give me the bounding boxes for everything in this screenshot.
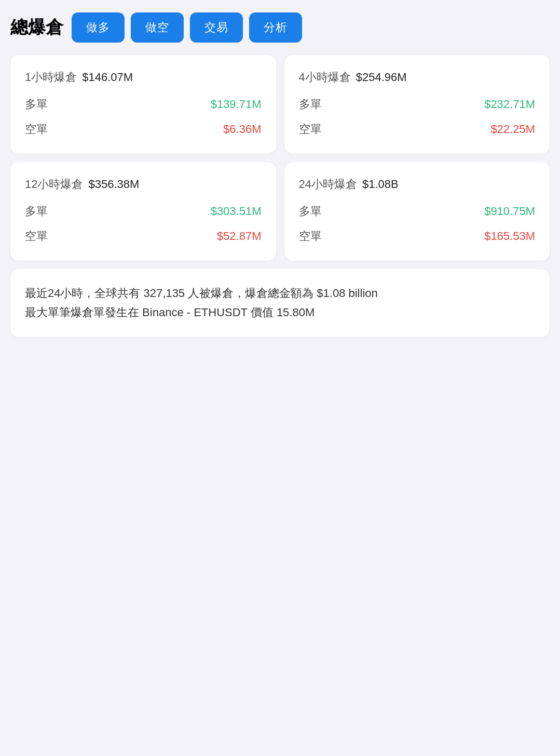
summary-text: 最近24小時，全球共有 327,135 人被爆倉，爆倉總金額為 $1.08 bi…	[25, 284, 535, 322]
card-long-label-12h: 多單	[25, 204, 48, 219]
card-long-value-1h: $139.71M	[211, 98, 262, 111]
analysis-btn-button[interactable]: 分析	[249, 12, 302, 43]
card-12h: 12小時爆倉 $356.38M 多單 $303.51M 空單 $52.87M	[10, 162, 276, 261]
card-long-row-4h: 多單 $232.71M	[299, 97, 536, 112]
card-short-row-24h: 空單 $165.53M	[299, 228, 536, 244]
card-short-value-1h: $6.36M	[223, 123, 261, 136]
header: 總爆倉 做多做空交易分析	[10, 12, 550, 43]
card-title-row-12h: 12小時爆倉 $356.38M	[25, 177, 262, 192]
card-period-12h: 12小時爆倉	[25, 177, 83, 192]
card-short-label-4h: 空單	[299, 122, 322, 137]
short-btn-button[interactable]: 做空	[131, 12, 184, 43]
card-short-row-12h: 空單 $52.87M	[25, 228, 262, 244]
long-btn-button[interactable]: 做多	[72, 12, 125, 43]
card-title-row-4h: 4小時爆倉 $254.96M	[299, 70, 536, 85]
card-period-24h: 24小時爆倉	[299, 177, 357, 192]
card-1h: 1小時爆倉 $146.07M 多單 $139.71M 空單 $6.36M	[10, 55, 276, 154]
trade-btn-button[interactable]: 交易	[190, 12, 243, 43]
cards-grid: 1小時爆倉 $146.07M 多單 $139.71M 空單 $6.36M 4小時…	[10, 55, 550, 261]
card-long-label-24h: 多單	[299, 204, 322, 219]
card-short-value-24h: $165.53M	[484, 230, 535, 243]
card-short-label-12h: 空單	[25, 228, 48, 244]
page-container: 總爆倉 做多做空交易分析 1小時爆倉 $146.07M 多單 $139.71M …	[0, 0, 560, 756]
card-long-label-4h: 多單	[299, 97, 322, 112]
card-4h: 4小時爆倉 $254.96M 多單 $232.71M 空單 $22.25M	[284, 55, 550, 154]
header-buttons: 做多做空交易分析	[72, 12, 302, 43]
card-short-label-1h: 空單	[25, 122, 48, 137]
card-short-value-12h: $52.87M	[217, 230, 262, 243]
card-period-4h: 4小時爆倉	[299, 70, 351, 85]
page-title: 總爆倉	[10, 16, 63, 39]
card-long-row-12h: 多單 $303.51M	[25, 204, 262, 219]
card-short-value-4h: $22.25M	[490, 123, 535, 136]
card-short-label-24h: 空單	[299, 228, 322, 244]
card-title-row-1h: 1小時爆倉 $146.07M	[25, 70, 262, 85]
card-24h: 24小時爆倉 $1.08B 多單 $910.75M 空單 $165.53M	[284, 162, 550, 261]
card-total-1h: $146.07M	[82, 71, 133, 84]
summary-card: 最近24小時，全球共有 327,135 人被爆倉，爆倉總金額為 $1.08 bi…	[10, 269, 550, 337]
card-long-row-24h: 多單 $910.75M	[299, 204, 536, 219]
card-long-label-1h: 多單	[25, 97, 48, 112]
card-total-24h: $1.08B	[362, 178, 399, 191]
card-short-row-1h: 空單 $6.36M	[25, 122, 262, 137]
card-title-row-24h: 24小時爆倉 $1.08B	[299, 177, 536, 192]
card-long-value-24h: $910.75M	[484, 205, 535, 218]
card-long-row-1h: 多單 $139.71M	[25, 97, 262, 112]
card-long-value-4h: $232.71M	[484, 98, 535, 111]
card-total-4h: $254.96M	[356, 71, 407, 84]
card-long-value-12h: $303.51M	[211, 205, 262, 218]
card-short-row-4h: 空單 $22.25M	[299, 122, 536, 137]
card-period-1h: 1小時爆倉	[25, 70, 77, 85]
card-total-12h: $356.38M	[88, 178, 139, 191]
